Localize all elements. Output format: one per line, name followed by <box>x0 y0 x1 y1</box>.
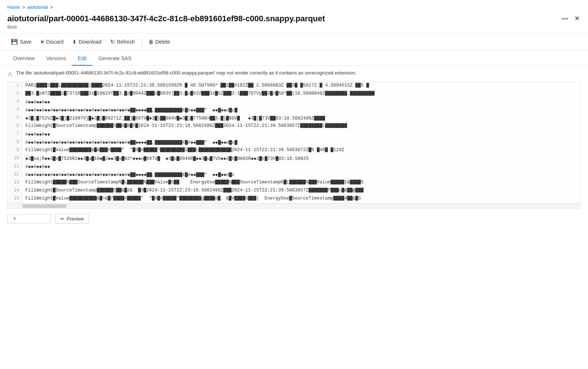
toolbar-separator <box>142 38 142 46</box>
editor-container: 1PAR1████1███L██████████|████2024-11-15T… <box>7 82 581 209</box>
delete-label: Delete <box>155 39 170 45</box>
dot2 <box>564 18 566 19</box>
table-row: 5◆3█|█752VZ█◆3█}█21097V}█◆3█}█09271Z_██}… <box>8 114 580 123</box>
line-content: PAR1████1███L██████████|████2024-11-15T2… <box>22 82 580 90</box>
line-number: 11 <box>8 163 22 171</box>
line-number: 10 <box>8 155 22 162</box>
table-row: 15FillWeight█Value██████████&█>&█7████#█… <box>8 195 580 203</box>
line-number: 1 <box>8 82 22 90</box>
table-row: 11#◆◆#◆◆#◆◆ <box>8 163 580 171</box>
line-number: 3 <box>8 98 22 106</box>
tab-versions[interactable]: Versions <box>40 52 72 66</box>
table-row: 8#◆◆#◆◆#◆◆#◆◆#◆◆#◆◆#◆◆#◆◆#◆◆#◆◆#◆◆#◆◆#◆█… <box>8 139 580 147</box>
line-content: #◆◆#◆◆#◆◆ <box>22 163 580 171</box>
download-button[interactable]: ⬇ Download <box>69 37 105 47</box>
bottom-bar: ▾ ✏ Preview <box>0 210 588 227</box>
line-content: #◆◆#◆◆#◆◆ <box>22 131 580 138</box>
breadcrumb-sep2: > <box>50 4 53 10</box>
more-options-button[interactable] <box>560 17 570 21</box>
delete-button[interactable]: 🗑 Delete <box>145 37 174 47</box>
table-row: 9FillWeight█Value████████&█&███#████" "█… <box>8 147 580 155</box>
table-row: 3#◆◆#◆◆#◆◆ <box>8 98 580 106</box>
table-row: 10◆3█va;R◆◆3█v█7526R2◆◆3█w█10◆█J◆◆3█v█92… <box>8 155 580 163</box>
page-subtitle: Blob <box>0 24 588 33</box>
warning-icon: ⚠ <box>7 70 12 77</box>
line-content: FillWeight█████%███SourceTimestamp%█L███… <box>22 179 580 187</box>
close-button[interactable]: ✕ <box>573 14 581 23</box>
table-row: 6FillWeight█SourceTimestamp██████5██&█&█… <box>8 123 580 131</box>
line-content: ██3:█zA?Z████z█7371R███3z█1082VY██3:█z█9… <box>22 90 580 98</box>
table-row: 1PAR1████1███L██████████|████2024-11-15T… <box>8 82 580 90</box>
scrollbar-thumb[interactable] <box>22 204 66 208</box>
tab-overview[interactable]: Overview <box>7 52 40 66</box>
refresh-label: Refresh <box>117 39 135 45</box>
breadcrumb-home[interactable]: Home <box>7 4 20 10</box>
line-number: 5 <box>8 114 22 122</box>
toolbar: 💾 Save ✕ Discard ⬇ Download ↻ Refresh 🗑 … <box>0 33 588 50</box>
save-icon: 💾 <box>11 39 18 45</box>
line-number: 9 <box>8 147 22 154</box>
line-content: FillWeight█SourceTimestamp██████5██&█2& … <box>22 187 580 195</box>
breadcrumb-sep1: > <box>22 4 25 10</box>
line-number: 15 <box>8 195 22 203</box>
horizontal-scrollbar[interactable] <box>8 203 580 208</box>
table-row: 12#◆◆#◆◆#◆◆#◆◆#◆◆#◆◆#◆◆#◆◆#◆◆#◆◆#◆◆#◆◆#◆… <box>8 171 580 179</box>
refresh-button[interactable]: ↻ Refresh <box>107 37 139 47</box>
refresh-icon: ↻ <box>110 39 115 45</box>
line-number: 4 <box>8 106 22 114</box>
table-row: 2██3:█zA?Z████z█7371R███3z█1082VY██3:█z█… <box>8 90 580 98</box>
breadcrumb: Home > aiotutorial > <box>0 0 588 12</box>
line-number: 2 <box>8 90 22 98</box>
line-content: FillWeight█SourceTimestamp██████5██&█&█X… <box>22 123 580 130</box>
page-title-row: aiotutorial/part-00001-44686130-347f-4c2… <box>0 12 588 24</box>
tab-edit[interactable]: Edit <box>72 52 92 66</box>
line-content: #◆◆#◆◆#◆◆#◆◆#◆◆#◆◆#◆◆#◆◆#◆◆#◆◆#◆◆#◆◆#◆██… <box>22 106 580 114</box>
page-title: aiotutorial/part-00001-44686130-347f-4c2… <box>7 14 555 23</box>
dot3 <box>566 18 568 19</box>
download-icon: ⬇ <box>72 39 77 45</box>
line-number: 7 <box>8 131 22 138</box>
tab-bar: Overview Versions Edit Generate SAS <box>0 52 588 66</box>
encoding-select[interactable]: ▾ <box>7 214 51 223</box>
line-content: FillWeight█Value██████████&█>&█7████#███… <box>22 195 580 203</box>
table-row: 7#◆◆#◆◆#◆◆ <box>8 131 580 139</box>
warning-message: The file 'aiotutorial/part-00001-4468613… <box>16 70 356 76</box>
discard-label: Discard <box>46 39 63 45</box>
discard-button[interactable]: ✕ Discard <box>37 37 67 47</box>
line-content: ◆3█va;R◆◆3█v█7526R2◆◆3█w█10◆█J◆◆3█v█92^◆… <box>22 155 580 162</box>
line-content: ◆3█|█752VZ█◆3█}█21097V}█◆3█}█09271Z_██}█… <box>22 114 580 122</box>
save-label: Save <box>20 39 32 45</box>
tab-generate-sas[interactable]: Generate SAS <box>92 52 137 66</box>
table-row: 13FillWeight█████%███SourceTimestamp%█L█… <box>8 179 580 187</box>
delete-icon: 🗑 <box>148 39 154 45</box>
preview-label: Preview <box>67 216 84 222</box>
warning-bar: ⚠ The file 'aiotutorial/part-00001-44686… <box>0 66 588 82</box>
select-arrow-icon: ▾ <box>14 216 16 221</box>
discard-icon: ✕ <box>40 39 44 45</box>
line-number: 14 <box>8 187 22 195</box>
save-button[interactable]: 💾 Save <box>7 37 35 47</box>
line-number: 8 <box>8 139 22 146</box>
line-number: 6 <box>8 123 22 130</box>
preview-button[interactable]: ✏ Preview <box>55 214 89 224</box>
line-content: #◆◆#◆◆#◆◆#◆◆#◆◆#◆◆#◆◆#◆◆#◆◆#◆◆#◆◆#◆◆#◆██… <box>22 171 580 179</box>
table-row: 4#◆◆#◆◆#◆◆#◆◆#◆◆#◆◆#◆◆#◆◆#◆◆#◆◆#◆◆#◆◆#◆█… <box>8 106 580 114</box>
download-label: Download <box>78 39 101 45</box>
dot1 <box>562 18 563 19</box>
line-number: 13 <box>8 179 22 187</box>
line-number: 12 <box>8 171 22 179</box>
table-row: 14FillWeight█SourceTimestamp██████5██&█2… <box>8 187 580 195</box>
line-content: #◆◆#◆◆#◆◆#◆◆#◆◆#◆◆#◆◆#◆◆#◆◆#◆◆#◆◆#◆◆#◆██… <box>22 139 580 146</box>
page-title-actions: ✕ <box>560 14 581 23</box>
line-content: FillWeight█Value████████&█&███#████" "█8… <box>22 147 580 154</box>
editor-lines[interactable]: 1PAR1████1███L██████████|████2024-11-15T… <box>8 82 580 203</box>
line-content: #◆◆#◆◆#◆◆ <box>22 98 580 106</box>
breadcrumb-section[interactable]: aiotutorial <box>27 4 48 10</box>
pencil-icon: ✏ <box>60 216 65 222</box>
